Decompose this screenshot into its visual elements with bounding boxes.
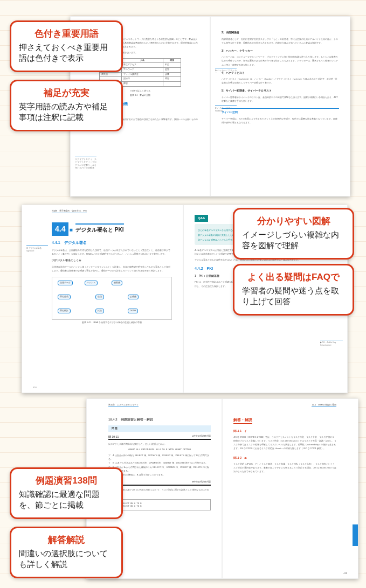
- answer-body: JIS Q 27000（ISO/IEC 27000）では、リスクアセスメントをリ…: [233, 435, 336, 451]
- item-title: 4）ハクティビスト: [222, 71, 339, 75]
- answer-label: 解答・解説: [233, 417, 252, 424]
- thumb-tab: [353, 524, 358, 546]
- margin-note: ▶PKI：Public Key Infrastructure: [320, 340, 343, 347]
- callout-desc: 押さえておくべき重要用語は色付きで表示: [19, 42, 114, 64]
- body-text: ハッカーとは、コンピュータやネットワーク、プログラミングに深い技術的知識を持つ人…: [222, 55, 339, 66]
- callout-desc: 知識確認に最適な問題を、節ごとに掲載: [19, 489, 114, 511]
- callout-desc: 英字用語の読み方や補足事項は注釈に記載: [19, 101, 114, 123]
- problem-options: ア A は自分が持つ権限を SELECT 権、UPDATE 権、INSERT 権…: [108, 453, 211, 477]
- callout-desc: イメージしづらい複雑な内容を図解で理解: [242, 229, 345, 251]
- running-header: 第10章 システムセキュリティ: [108, 403, 139, 407]
- answer-body: リスク対応（JP405、ア）とリスク回避、リスク低減、リスク移転（リスク共有）、…: [233, 462, 336, 473]
- code-block: ア GRANT SELECT ON A TO B イ GRANT SELECT …: [108, 499, 211, 510]
- qa-badge: Q&A: [195, 215, 208, 222]
- margin-note: ▶ハッカー／クラッカー: [215, 68, 237, 75]
- body-text: ハクティビスト（hacktivist）は、ハッカー（hacker）とアクティビス…: [222, 77, 339, 85]
- problem-body: JIS Q 27000:2014 及び JIS Q 27001:2014 におい…: [108, 488, 211, 495]
- body-text: 送信者は送信データのハッシュ値（メッセージダイジェスト）を計算し、自身の秘密鍵で…: [52, 265, 172, 272]
- body-text: デジタル署名は、公開鍵暗号方式を応用した技術で、送信データが改ざんされていないこ…: [52, 248, 172, 256]
- problem-label: 問 題: [108, 425, 211, 432]
- callout-title: 例題演習138問: [19, 474, 114, 487]
- item-title: (1)デジタル署名のしくみ: [52, 259, 172, 263]
- running-header: 11.1 ISMSの構築と運用: [312, 403, 336, 407]
- page-3-right: 11.1 ISMSの構築と運用 解答・解説 問11-1 イ JIS Q 2700…: [222, 398, 358, 579]
- answer-number: 問11-1 イ: [233, 429, 336, 433]
- callout-title: 補足が充実: [19, 87, 114, 99]
- diagram-caption: 図表 4-21 RSA を使用するデジタル署名の生成と検証の手順: [52, 321, 172, 324]
- item-title: 2）内部関係者: [222, 31, 339, 35]
- callout-desc: 間違いの選択肢についても詳しく解説: [19, 548, 114, 570]
- margin-note: ▶デジタル署名 signature: [26, 246, 48, 253]
- subsection-title: 10.4.2 例題演習と解答・解説: [108, 417, 211, 422]
- page-number: 413: [343, 572, 347, 575]
- callout-diagrams: 分かりやすい図解 イメージしづらい複雑な内容を図解で理解: [233, 208, 354, 260]
- problem-body: 次のアクセス権付与命令を実行した。正しい説明はどれか。: [108, 442, 211, 446]
- callout-explanations: 解答解説 間違いの選択肢についても詳しく解説: [10, 527, 123, 578]
- subsection-title: 4.4.1 デジタル署名: [52, 240, 172, 246]
- page-2-left: 第4章 電子商取引・認可方法、PKI 4.4 ■ デジタル署名と PKI 4.4…: [22, 205, 183, 393]
- answer-number: 問11-2 エ: [233, 456, 336, 460]
- body-text: 内部関係者として、社内に在籍する内外スタッフや「もと」の利用者、中には正規の社員…: [222, 37, 339, 45]
- signature-diagram: 送信データ ハッシュ 秘密鍵 署名生成 送信 公開鍵 署名検証 比較 OK/NG: [52, 277, 172, 320]
- running-header: 第4章 電子商取引・認可方法、PKI: [52, 209, 87, 213]
- book-spread-3: 第10章 システムセキュリティ 10.4.2 例題演習と解答・解説 問 題 問 …: [86, 398, 358, 579]
- page-1-right: 2）内部関係者 内部関係者として、社内に在籍する内外スタッフや「もと」の利用者、…: [210, 16, 350, 197]
- callout-desc: 学習者の疑問や迷う点を取り上げて回答: [242, 285, 345, 307]
- callout-title: 分かりやすい図解: [242, 215, 345, 227]
- problem-number: 問 10-11: [108, 435, 119, 439]
- problem-source: ■中央処理試験問題: [192, 481, 211, 485]
- problem-source: ■中央処理試験問題: [192, 435, 211, 439]
- section-title: デジタル署名と PKI: [75, 223, 123, 234]
- section-number: 4.4: [52, 222, 68, 236]
- margin-note: スクリプトキディ スクリプトキディ：プログラムや攻撃ツールを用いるだけの攻撃者: [75, 157, 96, 170]
- callout-title: 色付き重要用語: [19, 27, 114, 40]
- callout-title: よく出る疑問はFAQで: [242, 271, 345, 283]
- callout-exercises: 例題演習138問 知識確認に最適な問題を、節ごとに掲載: [10, 467, 123, 519]
- body-text: サイバー犯罪者やサイバーテロリストは、金銭目的やテロ目的で攻撃を仕掛けます。国家…: [222, 95, 339, 103]
- margin-note: ▶ハクティビスト hacktivist: [215, 106, 237, 113]
- callout-annotations: 補足が充実 英字用語の読み方や補足事項は注釈に記載: [10, 80, 123, 131]
- page-number: 124: [33, 386, 37, 389]
- body-text: サイバー空間は、ICTの進展により生まれたネット上の仮想的な空間で、現代では重要…: [222, 117, 339, 124]
- callout-title: 解答解説: [19, 534, 114, 546]
- callout-faq: よく出る疑問はFAQで 学習者の疑問や迷う点を取り上げて回答: [233, 264, 354, 316]
- callout-highlighted-terms: 色付き重要用語 押さえておくべき重要用語は色付きで表示: [10, 20, 123, 72]
- sql-code: GRANT ALL PRIVILEGES ON A TO B WITH GRAN…: [108, 448, 211, 451]
- item-title: 3）ハッカー、クラッカー: [222, 49, 339, 53]
- item-title: 5）サイバー犯罪者、サイバーテロリスト: [222, 89, 339, 93]
